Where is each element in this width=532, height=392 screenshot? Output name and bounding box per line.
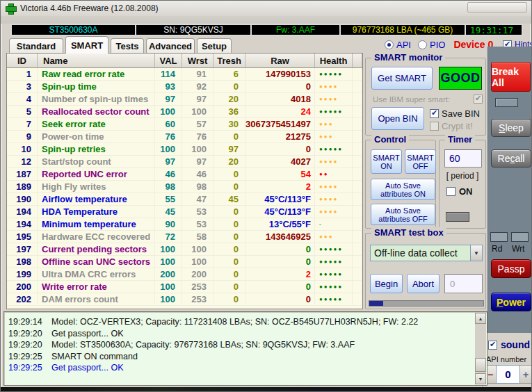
table-row[interactable]: 195 Hardware ECC recovered 72 58 0 14364… (7, 231, 362, 243)
api-radio[interactable] (385, 40, 394, 49)
attr-tresh: 0 (213, 131, 245, 142)
timer-on-checkbox[interactable] (446, 187, 456, 196)
crypt-label: Crypt it! (442, 121, 473, 131)
attr-spacer (353, 106, 362, 117)
table-row[interactable]: 12 Start/stop count 97 97 20 4027 ●●●● (7, 156, 362, 168)
attr-id: 3 (7, 81, 38, 92)
scrollbar-thumb[interactable] (475, 358, 486, 372)
table-row[interactable]: 9 Power-on time 76 76 0 21275 ●●● (7, 131, 362, 143)
smart-table: ID Name VAL Wrst Tresh Raw Health 1 Raw … (6, 53, 363, 309)
attr-wrst: 98 (182, 181, 213, 193)
recall-label-pre: Re (498, 153, 510, 164)
table-row[interactable]: 199 Ultra DMA CRC errors 200 200 0 2 ●●●… (7, 268, 362, 281)
abort-button[interactable]: Abort (407, 274, 440, 293)
table-row[interactable]: 190 Airflow temperature 55 47 45 45°C/11… (7, 193, 362, 206)
table-row[interactable]: 7 Seek error rate 60 57 30 3067375451497… (7, 118, 362, 131)
pio-radio[interactable] (418, 40, 427, 49)
log-timestamp: 19:29:14 (8, 317, 51, 327)
attr-val: 45 (155, 206, 182, 218)
header-id[interactable]: ID (7, 54, 38, 67)
tab-tests[interactable]: Tests (111, 38, 144, 54)
header-val[interactable]: VAL (155, 54, 182, 67)
table-row[interactable]: 197 Current pending sectors 100 100 0 0 … (7, 243, 362, 256)
desktop-strip (1, 387, 532, 392)
plus-button[interactable]: + (520, 365, 532, 384)
attr-tresh: 6 (213, 68, 245, 80)
attr-spacer (353, 231, 362, 243)
log-message: Get passport... OK (51, 363, 124, 373)
break-all-button[interactable]: Break All (491, 62, 531, 92)
test-select-dropdown[interactable]: Off-line data collect ▼ (370, 245, 483, 261)
table-row[interactable]: 194 Minimum temperature 90 53 0 13°C/55°… (7, 218, 362, 231)
attr-raw: 4018 (245, 93, 315, 105)
power-label: ower (503, 297, 526, 308)
header-raw[interactable]: Raw (245, 54, 315, 67)
attr-tresh: 0 (213, 268, 245, 280)
chevron-down-icon[interactable]: ▼ (470, 245, 482, 261)
attr-health-dots: ●●●●● (315, 293, 353, 305)
attr-name: Spin-up retries (38, 143, 155, 155)
smart-status-badge: GOOD (439, 67, 482, 90)
attr-spacer (353, 206, 362, 218)
sound-checkbox[interactable] (488, 341, 497, 350)
attr-id: 189 (7, 181, 38, 193)
table-row[interactable]: 4 Number of spin-up times 97 97 20 4018 … (7, 93, 362, 106)
attr-name: Power-on time (38, 131, 155, 142)
tab-standard[interactable]: Standard (9, 38, 63, 54)
header-health[interactable]: Health (315, 54, 353, 67)
header-name[interactable]: Name (38, 54, 155, 67)
table-row[interactable]: 10 Spin-up retries 100 100 97 0 ●●●●● (7, 143, 362, 156)
scroll-up-icon[interactable]: ▲ (475, 313, 486, 324)
attr-health-dots: ●● (315, 168, 353, 180)
table-row[interactable]: 198 Offline scan UNC sectors 100 100 0 0… (7, 256, 362, 268)
test-counter-field[interactable]: 0 (444, 274, 483, 293)
log-scrollbar[interactable]: ▲ ▼ (475, 313, 486, 384)
header-tresh[interactable]: Tresh (213, 54, 245, 67)
open-bin-button[interactable]: Open BIN (371, 107, 424, 130)
tab-bar: Standard SMART Tests Advanced Setup API … (1, 36, 532, 54)
attr-health-dots: - (315, 218, 353, 230)
recall-button[interactable]: Recall (491, 149, 531, 168)
attr-wrst: 58 (182, 231, 213, 243)
use-ibm-checkbox[interactable] (474, 95, 483, 104)
attr-val: 76 (155, 131, 182, 142)
attr-spacer (353, 143, 362, 155)
table-row[interactable]: 202 DAM errors count 100 253 0 0 ●●●●● (7, 293, 362, 306)
power-button[interactable]: Power (491, 293, 531, 311)
timer-period-input[interactable]: 60 (444, 149, 482, 168)
scroll-down-icon[interactable]: ▼ (475, 373, 486, 384)
smart-off-button[interactable]: SMART OFF (405, 149, 436, 174)
autosave-off-button[interactable]: Auto Save attributes OFF (371, 204, 435, 225)
attr-tresh: 97 (213, 143, 245, 155)
table-row[interactable]: 3 Spin-up time 93 92 0 0 ●●●● (7, 81, 362, 93)
table-row[interactable]: 189 High Fly writes 98 98 0 2 ●●●● (7, 181, 362, 193)
crypt-checkbox[interactable] (430, 122, 439, 131)
table-row[interactable]: 187 Reported UNC error 46 46 0 54 ●● (7, 168, 362, 181)
attr-tresh: 0 (213, 243, 245, 255)
table-row[interactable]: 5 Reallocated sector count 100 100 36 24… (7, 106, 362, 118)
window-controls[interactable] (467, 2, 527, 13)
log-message: Get passport... OK (51, 329, 124, 338)
smart-on-button[interactable]: SMART ON (371, 149, 402, 174)
attr-spacer (353, 168, 362, 180)
timer-period-label: [ period ] (440, 171, 485, 181)
begin-button[interactable]: Begin (370, 274, 403, 293)
attr-id: 12 (7, 156, 38, 168)
passport-button[interactable]: Passp (491, 259, 531, 278)
attr-val: 55 (155, 193, 182, 205)
log-message: SMART ON command (51, 352, 138, 361)
table-row[interactable]: 1 Raw read error rate 114 91 6 147990153… (7, 68, 362, 81)
tab-smart[interactable]: SMART (65, 36, 108, 54)
sleep-button[interactable]: Sleep (491, 119, 531, 137)
header-wrst[interactable]: Wrst (182, 54, 213, 67)
attr-tresh: 0 (213, 81, 245, 92)
table-row[interactable]: 200 Write error rate 100 253 0 0 ●●●●● (7, 281, 362, 293)
tab-advanced[interactable]: Advanced (146, 38, 195, 54)
table-row[interactable]: 194 HDA Temperature 45 53 0 45°C/113°F ●… (7, 206, 362, 218)
attr-name: Raw read error rate (38, 68, 155, 80)
tab-setup[interactable]: Setup (197, 38, 232, 54)
autosave-on-button[interactable]: Auto Save attributes ON (371, 179, 435, 200)
smart-table-body: 1 Raw read error rate 114 91 6 147990153… (7, 68, 362, 309)
save-bin-checkbox[interactable] (430, 109, 439, 118)
get-smart-button[interactable]: Get SMART (371, 67, 433, 90)
